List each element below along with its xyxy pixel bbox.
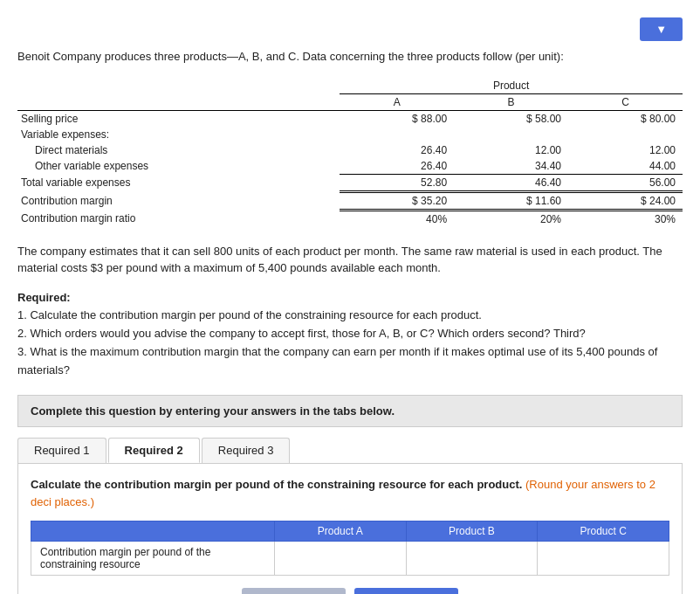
intro-text: Benoit Company produces three products—A…: [17, 48, 683, 66]
table-cell-c: $ 24.00: [568, 191, 683, 210]
answer-table: Product A Product B Product C Contributi…: [31, 521, 669, 576]
col-b-header: B: [454, 93, 568, 110]
table-cell-a: 40%: [340, 210, 454, 227]
product-b-input-cell[interactable]: [406, 542, 538, 576]
required-item: 1. Calculate the contribution margin per…: [17, 308, 482, 321]
table-label-cell: Variable expenses:: [17, 127, 340, 142]
complete-section: Complete this question by entering your …: [17, 395, 683, 427]
top-dropdown-button[interactable]: ▼: [640, 17, 683, 41]
product-b-input[interactable]: [415, 552, 529, 564]
nav-buttons: < Required 1 Required 2 >: [31, 588, 669, 594]
prev-button[interactable]: < Required 1: [242, 588, 346, 594]
tabs-container: Required 1 Required 2 Required 3: [17, 438, 683, 464]
table-cell-b: 12.00: [454, 142, 568, 158]
required-item: 2. Which orders would you advise the com…: [17, 327, 586, 340]
table-cell-b: [454, 127, 568, 142]
calc-instruction: Calculate the contribution margin per po…: [31, 476, 669, 510]
required-items: 1. Calculate the contribution margin per…: [17, 308, 657, 376]
table-cell-c: [568, 127, 683, 142]
table-label-cell: Direct materials: [17, 142, 340, 158]
col-c-header: C: [568, 93, 683, 110]
table-cell-c: 44.00: [568, 158, 683, 175]
table-label-cell: Contribution margin ratio: [17, 210, 340, 227]
table-cell-c: $ 80.00: [568, 110, 683, 127]
answer-table-product-a-header: Product A: [274, 521, 406, 542]
table-cell-a: 26.40: [340, 158, 454, 175]
tab-required1[interactable]: Required 1: [17, 438, 106, 463]
next-button[interactable]: Required 2 >: [354, 588, 458, 594]
table-label-cell: Contribution margin: [17, 191, 340, 210]
table-cell-b: 20%: [454, 210, 568, 227]
product-a-input-cell[interactable]: [274, 542, 406, 576]
answer-table-product-c-header: Product C: [538, 521, 669, 542]
required-block: Required: 1. Calculate the contribution …: [17, 289, 683, 380]
table-cell-b: $ 58.00: [454, 110, 568, 127]
answer-table-empty-header: [31, 521, 275, 542]
calc-instruction-main: Calculate the contribution margin per po…: [31, 478, 522, 491]
tab-required2[interactable]: Required 2: [108, 438, 200, 463]
table-cell-a: 26.40: [340, 142, 454, 158]
answer-table-row: Contribution margin per pound of the con…: [31, 542, 669, 576]
table-cell-c: 56.00: [568, 174, 683, 191]
table-label-cell: Total variable expenses: [17, 174, 340, 191]
product-data-table: Product A B C Selling price$ 88.00$ 58.0…: [17, 78, 683, 227]
answer-table-product-b-header: Product B: [406, 521, 538, 542]
required-heading: Required:: [17, 291, 71, 304]
table-cell-a: [340, 127, 454, 142]
product-c-input[interactable]: [546, 552, 660, 564]
table-cell-c: 12.00: [568, 142, 683, 158]
tab-required3[interactable]: Required 3: [202, 438, 291, 463]
table-cell-b: 34.40: [454, 158, 568, 175]
table-cell-a: $ 35.20: [340, 191, 454, 210]
product-c-input-cell[interactable]: [538, 542, 669, 576]
product-header: Product: [340, 78, 683, 94]
table-label-cell: Other variable expenses: [17, 158, 340, 175]
table-cell-b: $ 11.60: [454, 191, 568, 210]
row-label: Contribution margin per pound of the con…: [31, 542, 275, 576]
col-a-header: A: [340, 93, 454, 110]
required-item: 3. What is the maximum contribution marg…: [17, 345, 657, 376]
product-a-input[interactable]: [284, 552, 397, 564]
table-cell-a: $ 88.00: [340, 110, 454, 127]
table-label-cell: Selling price: [17, 110, 340, 127]
table-cell-c: 30%: [568, 210, 683, 227]
table-cell-b: 46.40: [454, 174, 568, 191]
table-cell-a: 52.80: [340, 174, 454, 191]
tab-content: Calculate the contribution margin per po…: [17, 464, 683, 594]
company-note: The company estimates that it can sell 8…: [17, 243, 683, 277]
